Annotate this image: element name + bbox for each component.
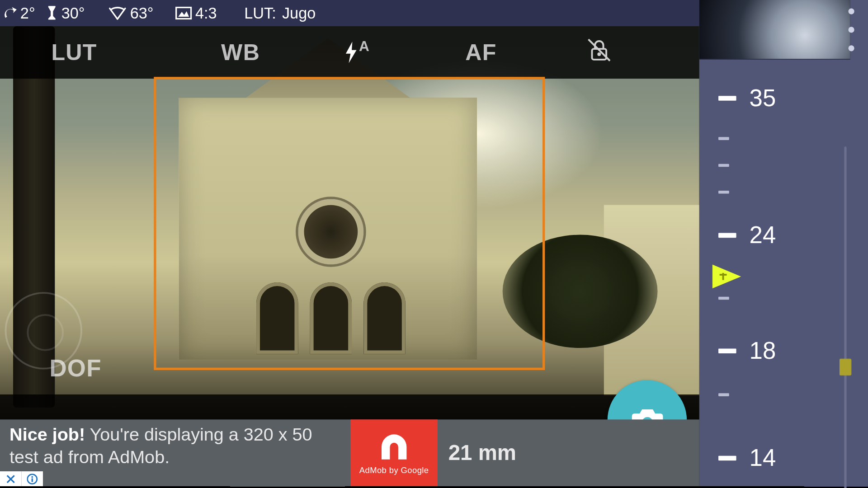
scale-label: 24 [750, 222, 776, 249]
scale-label: 18 [750, 337, 776, 364]
roll-value: 2° [20, 4, 35, 23]
scale-label: 35 [750, 84, 776, 111]
close-x-icon [6, 474, 15, 483]
fov-cone-icon [108, 6, 127, 20]
dof-button[interactable]: DOF [49, 355, 101, 382]
admob-icon [378, 431, 410, 463]
lock-slash-icon [586, 37, 613, 63]
ad-close-button[interactable] [0, 471, 21, 486]
scale-tick-14: 14 [718, 445, 776, 471]
scale-tick-24: 24 [718, 222, 776, 249]
overflow-menu-button[interactable] [844, 8, 859, 51]
aspect-icon [175, 7, 192, 20]
flash-icon [344, 41, 359, 65]
bottom-bar: Nice job! You're displaying a 320 x 50 t… [0, 419, 699, 486]
ad-bold: Nice job! [9, 424, 85, 444]
lut-readout[interactable]: LUT: Jugo [244, 4, 316, 23]
scale-tick-minor [718, 297, 729, 300]
lut-button[interactable]: LUT [51, 40, 97, 66]
aspect-value: 4:3 [195, 4, 217, 23]
flash-auto-button[interactable]: A [344, 41, 370, 65]
fov-value: 63° [130, 4, 154, 23]
side-panel: 35 24 18 [699, 0, 868, 486]
scale-tick-minor [718, 191, 729, 194]
lut-label: LUT: [244, 4, 276, 23]
tilt-readout[interactable]: 30° [46, 4, 85, 23]
autofocus-button[interactable]: AF [465, 40, 496, 66]
info-icon [27, 474, 38, 484]
scale-label: 14 [750, 445, 776, 471]
tilt-pin-icon [46, 5, 57, 21]
ad-info-button[interactable] [21, 471, 42, 486]
scale-tick-minor [718, 137, 729, 140]
focal-length-scale[interactable]: 35 24 18 [699, 60, 868, 486]
svg-rect-7 [32, 478, 33, 482]
lens-thumbnail[interactable] [699, 0, 850, 60]
viewfinder-image [0, 26, 699, 419]
scale-tick-18: 18 [718, 337, 776, 364]
svg-rect-0 [176, 7, 191, 19]
lut-value: Jugo [282, 4, 316, 23]
aspect-readout[interactable]: 4:3 [175, 4, 217, 23]
svg-point-2 [598, 52, 601, 56]
fov-readout[interactable]: 63° [108, 4, 153, 23]
exposure-slider-track[interactable] [844, 146, 846, 488]
roll-arrow-icon [4, 6, 17, 20]
scale-tick-minor [718, 164, 729, 167]
focal-scale-cursor[interactable] [711, 262, 747, 291]
scale-tick-35: 35 [718, 84, 776, 111]
ad-logo[interactable]: AdMob by Google [350, 419, 438, 486]
flash-mode-label: A [359, 38, 370, 55]
ad-banner-text[interactable]: Nice job! You're displaying a 320 x 50 t… [0, 419, 350, 486]
focal-length-readout[interactable]: 21 mm [438, 419, 699, 486]
white-balance-button[interactable]: WB [221, 40, 260, 66]
scale-tick-minor [718, 393, 729, 396]
exposure-slider-thumb[interactable] [840, 359, 851, 375]
tilt-value: 30° [61, 4, 85, 23]
svg-point-6 [31, 476, 33, 478]
viewfinder-controls-row: LUT WB A AF [0, 28, 699, 76]
lock-disabled-button[interactable] [586, 37, 613, 68]
roll-readout[interactable]: 2° [4, 4, 35, 23]
ad-brand-sub: AdMob by Google [359, 465, 429, 475]
